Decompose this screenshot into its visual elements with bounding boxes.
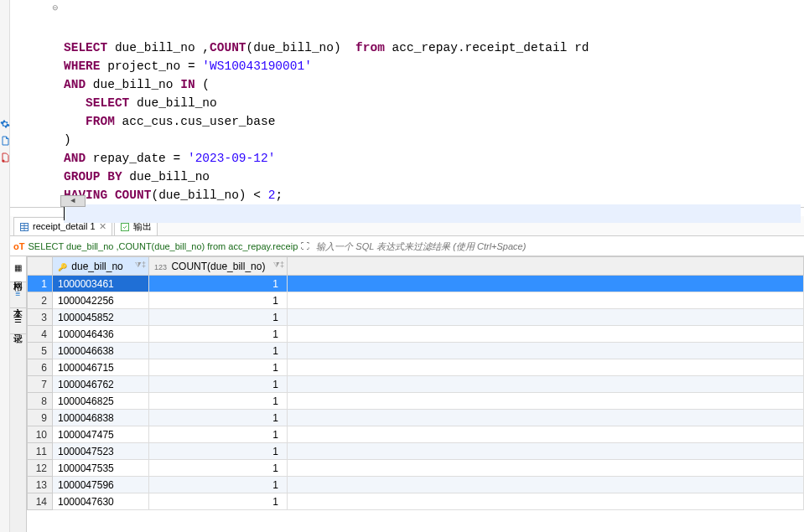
cell-spacer — [288, 493, 804, 510]
table-row[interactable]: 910000468381 — [28, 410, 804, 426]
cell-count[interactable]: 1 — [149, 359, 288, 376]
table-row[interactable]: 110000034611 — [28, 276, 804, 292]
table-row[interactable]: 1210000475351 — [28, 460, 804, 477]
cell-due-bill-no[interactable]: 1000046436 — [53, 326, 149, 343]
number-type-icon: 123 — [154, 263, 167, 271]
sql-editor[interactable]: ⊖ SELECT due_bill_no ,COUNT(due_bill_no)… — [10, 0, 804, 208]
cell-count[interactable]: 1 — [149, 443, 288, 460]
table-row[interactable]: 1410000476301 — [28, 493, 804, 510]
results-grid[interactable]: 🔑 due_bill_no ⧩‡ 123 COUNT(due_bill_no) … — [27, 256, 804, 532]
col-spacer — [288, 257, 804, 276]
row-number[interactable]: 6 — [28, 359, 53, 376]
key-icon: 🔑 — [58, 263, 67, 271]
cell-count[interactable]: 1 — [149, 493, 288, 510]
filter-icon[interactable]: ⧩‡ — [135, 261, 146, 270]
col-due-label: due_bill_no — [71, 261, 122, 272]
cell-due-bill-no[interactable]: 1000047475 — [53, 426, 149, 443]
fold-minus-icon[interactable]: ⊖ — [52, 3, 59, 12]
table-row[interactable]: 810000468251 — [28, 393, 804, 410]
col-rownum[interactable] — [28, 257, 53, 276]
cell-spacer — [288, 410, 804, 426]
cell-count[interactable]: 1 — [149, 477, 288, 493]
cell-count[interactable]: 1 — [149, 426, 288, 443]
row-number[interactable]: 10 — [28, 426, 53, 443]
cell-spacer — [288, 426, 804, 443]
cell-due-bill-no[interactable]: 1000046825 — [53, 393, 149, 410]
hscroll-left-icon[interactable]: ◄ — [60, 195, 86, 207]
exec-sql-icon[interactable]: oT — [13, 241, 24, 251]
cell-spacer — [288, 477, 804, 493]
table-row[interactable]: 410000464361 — [28, 326, 804, 343]
cell-count[interactable]: 1 — [149, 343, 288, 359]
row-number[interactable]: 5 — [28, 343, 53, 359]
table-row[interactable]: 1310000475961 — [28, 477, 804, 493]
cell-due-bill-no[interactable]: 1000042256 — [53, 292, 149, 309]
side-tab-record[interactable]: ☰ 记录 — [10, 308, 26, 334]
cell-spacer — [288, 326, 804, 343]
row-number[interactable]: 7 — [28, 376, 53, 393]
cell-due-bill-no[interactable]: 1000047596 — [53, 477, 149, 493]
row-number[interactable]: 12 — [28, 460, 53, 477]
cell-due-bill-no[interactable]: 1000045852 — [53, 309, 149, 326]
cell-count[interactable]: 1 — [149, 292, 288, 309]
row-number[interactable]: 14 — [28, 493, 53, 510]
editor-left-gutter — [0, 0, 10, 532]
filter-icon[interactable]: ⧩‡ — [273, 261, 284, 270]
cell-spacer — [288, 460, 804, 477]
table-row[interactable]: 710000467621 — [28, 376, 804, 393]
table-row[interactable]: 510000466381 — [28, 343, 804, 359]
table-row[interactable]: 210000422561 — [28, 292, 804, 309]
cell-spacer — [288, 393, 804, 410]
cell-spacer — [288, 276, 804, 292]
cell-count[interactable]: 1 — [149, 460, 288, 477]
editor-text-area[interactable]: SELECT due_bill_no ,COUNT(due_bill_no) f… — [60, 0, 804, 207]
row-number[interactable]: 9 — [28, 410, 53, 426]
cell-due-bill-no[interactable]: 1000046638 — [53, 343, 149, 359]
row-number[interactable]: 3 — [28, 309, 53, 326]
cell-spacer — [288, 292, 804, 309]
cell-due-bill-no[interactable]: 1000046762 — [53, 376, 149, 393]
cell-spacer — [288, 443, 804, 460]
cell-due-bill-no[interactable]: 1000047630 — [53, 493, 149, 510]
cell-due-bill-no[interactable]: 1000047523 — [53, 443, 149, 460]
table-row[interactable]: 610000467151 — [28, 359, 804, 376]
cell-count[interactable]: 1 — [149, 309, 288, 326]
row-number[interactable]: 13 — [28, 477, 53, 493]
table-row[interactable]: 1010000474751 — [28, 426, 804, 443]
svg-point-0 — [2, 160, 4, 163]
editor-margin: ⊖ — [10, 0, 60, 207]
col-due-bill-no[interactable]: 🔑 due_bill_no ⧩‡ — [53, 257, 149, 276]
table-icon — [19, 220, 29, 231]
cell-count[interactable]: 1 — [149, 276, 288, 292]
row-number[interactable]: 1 — [28, 276, 53, 292]
cell-due-bill-no[interactable]: 1000003461 — [53, 276, 149, 292]
cell-spacer — [288, 359, 804, 376]
table-row[interactable]: 310000458521 — [28, 309, 804, 326]
col-count-label: COUNT(due_bill_no) — [171, 261, 265, 272]
side-tab-text[interactable]: ≡ 文本 — [10, 282, 26, 308]
row-number[interactable]: 8 — [28, 393, 53, 410]
grid-icon: ▦ — [14, 263, 22, 272]
record-icon: ☰ — [14, 315, 22, 324]
cell-due-bill-no[interactable]: 1000046838 — [53, 410, 149, 426]
cell-due-bill-no[interactable]: 1000047535 — [53, 460, 149, 477]
cell-count[interactable]: 1 — [149, 410, 288, 426]
result-view-tabs: ▦ 网格 ≡ 文本 ☰ 记录 — [10, 256, 27, 532]
row-number[interactable]: 2 — [28, 292, 53, 309]
row-number[interactable]: 11 — [28, 443, 53, 460]
side-tab-grid[interactable]: ▦ 网格 — [10, 256, 26, 282]
cell-count[interactable]: 1 — [149, 326, 288, 343]
text-icon: ≡ — [16, 289, 21, 298]
cell-spacer — [288, 343, 804, 359]
cell-spacer — [288, 376, 804, 393]
cell-due-bill-no[interactable]: 1000046715 — [53, 359, 149, 376]
table-row[interactable]: 1110000475231 — [28, 443, 804, 460]
cell-count[interactable]: 1 — [149, 393, 288, 410]
col-count[interactable]: 123 COUNT(due_bill_no) ⧩‡ — [149, 257, 288, 276]
row-number[interactable]: 4 — [28, 326, 53, 343]
cell-count[interactable]: 1 — [149, 376, 288, 393]
cell-spacer — [288, 309, 804, 326]
